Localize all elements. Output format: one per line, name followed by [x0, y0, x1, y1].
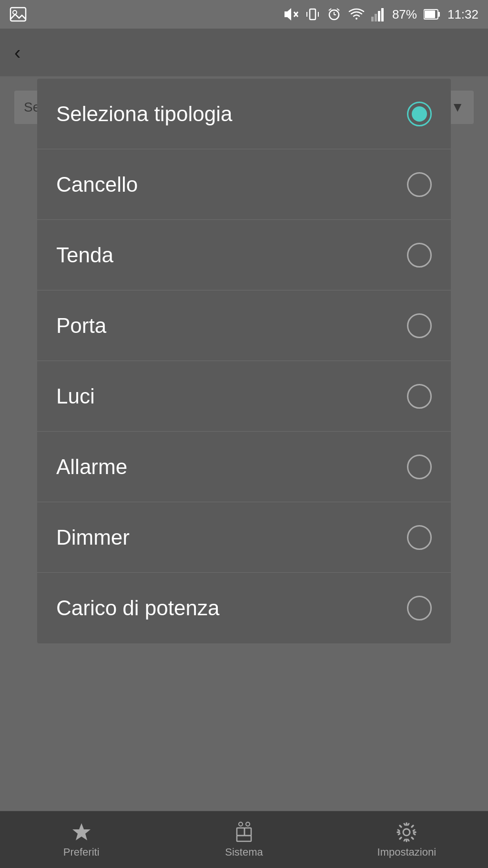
image-icon	[10, 6, 27, 23]
nav-item-sistema[interactable]: Sistema	[163, 821, 325, 858]
battery-percentage: 87%	[392, 7, 417, 22]
home-icon	[233, 821, 255, 843]
svg-line-13	[337, 9, 339, 10]
svg-rect-20	[425, 10, 435, 18]
svg-rect-24	[237, 836, 251, 841]
status-bar-left	[10, 0, 27, 29]
svg-rect-15	[375, 14, 377, 21]
dialog-item-seleziona[interactable]: Seleziona tipologia	[37, 79, 451, 149]
alarm-icon	[326, 7, 342, 22]
dialog-item-label-carico: Carico di potenza	[56, 596, 219, 620]
signal-icon	[371, 7, 386, 21]
dialog-container: Seleziona tipologiaCancelloTendaPortaLuc…	[37, 79, 451, 643]
gear-icon	[396, 821, 417, 843]
svg-rect-14	[371, 17, 374, 21]
svg-marker-21	[72, 823, 91, 840]
radio-luci[interactable]	[407, 384, 432, 409]
time-display: 11:32	[447, 7, 478, 22]
dialog-item-label-luci: Luci	[56, 384, 95, 408]
dialog-item-label-cancello: Cancello	[56, 173, 138, 196]
svg-marker-2	[285, 8, 291, 21]
dialog-item-allarme[interactable]: Allarme	[37, 432, 451, 502]
dialog-item-label-tenda: Tenda	[56, 243, 113, 267]
dialog-item-label-porta: Porta	[56, 314, 106, 338]
dialog-item-luci[interactable]: Luci	[37, 361, 451, 432]
battery-icon	[424, 8, 441, 21]
dialog-item-carico[interactable]: Carico di potenza	[37, 573, 451, 643]
status-bar: 87% 11:32	[0, 0, 488, 29]
radio-carico[interactable]	[407, 596, 432, 620]
svg-point-27	[403, 829, 410, 836]
svg-point-1	[13, 10, 17, 14]
svg-point-26	[246, 822, 250, 826]
nav-label-preferiti: Preferiti	[63, 846, 100, 858]
radio-tenda[interactable]	[407, 243, 432, 268]
dialog-item-dimmer[interactable]: Dimmer	[37, 502, 451, 573]
svg-rect-0	[10, 8, 26, 21]
nav-item-impostazioni[interactable]: Impostazioni	[326, 821, 487, 858]
dialog-item-tenda[interactable]: Tenda	[37, 220, 451, 290]
nav-label-impostazioni: Impostazioni	[377, 846, 437, 858]
dialog-item-porta[interactable]: Porta	[37, 290, 451, 361]
svg-line-12	[329, 9, 331, 10]
svg-rect-22	[237, 828, 244, 836]
dialog-item-cancello[interactable]: Cancello	[37, 149, 451, 220]
svg-rect-16	[378, 11, 380, 21]
nav-label-sistema: Sistema	[225, 846, 263, 858]
svg-rect-17	[381, 8, 384, 21]
nav-item-preferiti[interactable]: Preferiti	[1, 821, 162, 858]
star-icon	[71, 821, 92, 843]
radio-porta[interactable]	[407, 313, 432, 338]
vibrate-icon	[305, 7, 320, 21]
dialog-item-label-allarme: Allarme	[56, 455, 127, 479]
dialog-item-label-seleziona: Seleziona tipologia	[56, 102, 232, 126]
radio-seleziona[interactable]	[407, 102, 432, 126]
wifi-icon	[348, 6, 365, 22]
radio-allarme[interactable]	[407, 455, 432, 479]
radio-cancello[interactable]	[407, 172, 432, 197]
radio-dimmer[interactable]	[407, 525, 432, 550]
svg-rect-23	[244, 828, 251, 836]
svg-rect-6	[310, 9, 315, 20]
bottom-navigation: Preferiti Sistema Impostazioni	[0, 811, 488, 868]
svg-rect-19	[438, 12, 440, 17]
svg-point-25	[239, 822, 243, 826]
mute-icon	[283, 6, 299, 22]
dialog-item-label-dimmer: Dimmer	[56, 526, 130, 549]
